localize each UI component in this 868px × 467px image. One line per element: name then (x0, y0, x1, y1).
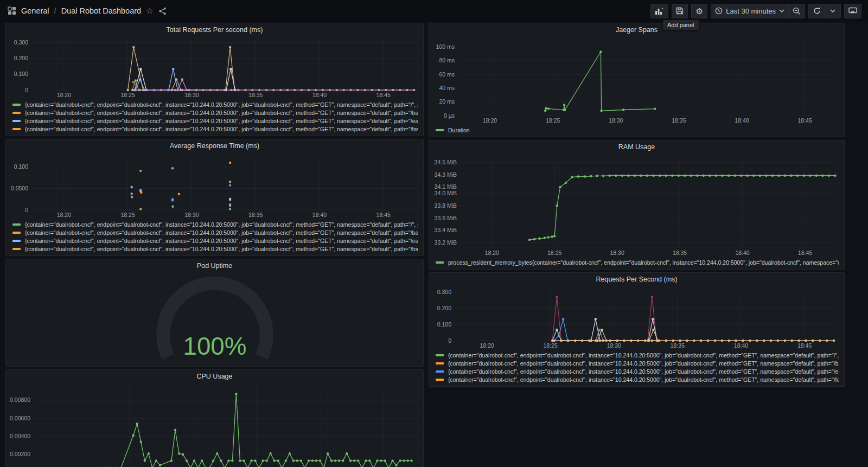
total-requests-svg: 18:2018:2518:3018:3518:4018:4500.1000.20… (6, 37, 423, 100)
svg-text:0: 0 (25, 207, 28, 213)
panel-total-requests: Total Requests Per second (ms) 18:2018:2… (5, 23, 424, 136)
svg-text:18:40: 18:40 (734, 342, 748, 349)
zoom-out-time-button[interactable] (788, 4, 805, 18)
legend-item[interactable]: {container="dualrobot-cncf", endpoint="d… (12, 228, 418, 236)
svg-text:0.300: 0.300 (437, 289, 451, 295)
legend-item[interactable]: {container="dualrobot-cncf", endpoint="d… (436, 351, 839, 359)
legend-label: {container="dualrobot-cncf", endpoint="d… (448, 352, 839, 359)
svg-text:18:45: 18:45 (797, 117, 812, 124)
legend-item[interactable]: process_resident_memory_bytes{container=… (436, 258, 839, 266)
svg-text:0.100: 0.100 (14, 163, 28, 170)
cpu-usage-svg: 18:2018:2518:3018:3518:4018:450.002000.0… (6, 383, 423, 467)
svg-text:18:35: 18:35 (673, 250, 687, 256)
svg-text:18:30: 18:30 (607, 342, 621, 349)
dashboard-grid-icon[interactable] (8, 7, 16, 15)
legend-item[interactable]: {container="dualrobot-cncf", endpoint="d… (436, 375, 839, 383)
svg-text:34.5 MiB: 34.5 MiB (435, 159, 457, 165)
legend-swatch (12, 232, 21, 234)
legend-item[interactable]: {container="dualrobot-cncf", endpoint="d… (12, 100, 418, 108)
svg-text:0.200: 0.200 (437, 305, 451, 311)
legend-swatch (436, 370, 444, 373)
panel-title[interactable]: Jaeger Spans (429, 23, 844, 37)
panel-requests-per-second: Requests Per Second (ms) 18:2018:2518:30… (429, 272, 845, 387)
svg-text:18:30: 18:30 (184, 92, 199, 98)
cycle-view-mode-button[interactable] (844, 4, 861, 18)
total-requests-chart[interactable]: 18:2018:2518:3018:3518:4018:4500.1000.20… (6, 37, 423, 100)
panel-title[interactable]: Requests Per Second (ms) (429, 273, 844, 286)
svg-text:18:35: 18:35 (671, 342, 685, 349)
legend-swatch (12, 240, 21, 242)
legend-item[interactable]: {container="dualrobot-cncf", endpoint="d… (436, 359, 839, 367)
svg-text:18:25: 18:25 (121, 92, 135, 98)
refresh-button[interactable] (808, 4, 825, 18)
svg-text:18:45: 18:45 (797, 342, 812, 349)
svg-text:0.100: 0.100 (437, 321, 451, 328)
time-range-picker[interactable]: Last 30 minutes (711, 4, 788, 18)
svg-text:18:30: 18:30 (610, 250, 624, 256)
svg-text:40 ms: 40 ms (439, 85, 455, 91)
svg-text:18:30: 18:30 (184, 212, 199, 218)
svg-text:0.0500: 0.0500 (11, 185, 28, 191)
legend-item[interactable]: {container="dualrobot-cncf", endpoint="d… (12, 108, 418, 117)
panel-title[interactable]: Pod Uptime (6, 259, 423, 273)
svg-text:0: 0 (25, 87, 28, 93)
svg-text:18:40: 18:40 (312, 92, 327, 98)
svg-text:18:25: 18:25 (546, 117, 560, 124)
add-panel-button[interactable] (650, 4, 668, 18)
refresh-controls (808, 4, 841, 18)
average-response-time-chart[interactable]: 18:2018:2518:3018:3518:4018:4500.05000.1… (6, 153, 423, 220)
panel-cpu-usage: CPU Usage 18:2018:2518:3018:3518:4018:45… (5, 369, 424, 467)
panel-title[interactable]: CPU Usage (6, 370, 423, 383)
legend-item[interactable]: Duration (436, 126, 839, 134)
legend-swatch (12, 104, 21, 106)
dashboard-settings-button[interactable]: ⚙ (691, 4, 707, 18)
legend-item[interactable]: {container="dualrobot-cncf", endpoint="d… (436, 367, 839, 375)
svg-text:18:45: 18:45 (376, 92, 391, 98)
breadcrumb-section[interactable]: General (21, 7, 49, 15)
legend-item[interactable]: {container="dualrobot-cncf", endpoint="d… (12, 245, 418, 253)
ram-usage-svg: 18:2018:2518:3018:3518:4018:4533.2 MiB33… (429, 154, 844, 258)
share-icon[interactable] (158, 7, 167, 15)
jaeger-spans-chart[interactable]: 18:2018:2518:3018:3518:4018:450 µs20 ms4… (429, 37, 844, 125)
legend-item[interactable]: {container="dualrobot-cncf", endpoint="d… (12, 220, 418, 228)
svg-text:0.200: 0.200 (14, 55, 28, 61)
svg-text:18:20: 18:20 (57, 212, 71, 218)
legend-swatch (12, 128, 21, 130)
svg-text:18:25: 18:25 (544, 342, 558, 349)
ram-usage-chart[interactable]: 18:2018:2518:3018:3518:4018:4533.2 MiB33… (429, 154, 844, 258)
svg-text:0.00800: 0.00800 (10, 396, 30, 403)
svg-text:33.6 MiB: 33.6 MiB (435, 215, 457, 221)
legend-label: {container="dualrobot-cncf", endpoint="d… (25, 101, 418, 108)
refresh-interval-dropdown[interactable] (825, 4, 841, 18)
favorite-star-icon[interactable]: ☆ (146, 6, 153, 16)
gear-icon: ⚙ (695, 7, 703, 15)
svg-text:0.00600: 0.00600 (10, 415, 30, 421)
legend: {container="dualrobot-cncf", endpoint="d… (6, 220, 423, 255)
legend-item[interactable]: {container="dualrobot-cncf", endpoint="d… (12, 125, 418, 133)
svg-text:100 ms: 100 ms (436, 43, 455, 50)
svg-text:18:25: 18:25 (121, 212, 135, 218)
svg-text:18:35: 18:35 (672, 117, 686, 124)
panel-title[interactable]: Total Requests Per second (ms) (6, 23, 423, 37)
cpu-usage-chart[interactable]: 18:2018:2518:3018:3518:4018:450.002000.0… (6, 383, 423, 467)
legend-item[interactable]: {container="dualrobot-cncf", endpoint="d… (12, 117, 418, 125)
legend-swatch (12, 248, 21, 250)
svg-text:18:40: 18:40 (735, 117, 749, 124)
svg-text:18:20: 18:20 (480, 342, 494, 349)
svg-text:18:20: 18:20 (57, 92, 71, 98)
panel-title[interactable]: RAM Usage (429, 140, 844, 154)
svg-text:18:30: 18:30 (609, 117, 623, 124)
panel-average-response-time: Average Response Time (ms) 18:2018:2518:… (5, 139, 424, 256)
panel-title[interactable]: Average Response Time (ms) (6, 139, 423, 153)
svg-text:80 ms: 80 ms (439, 57, 455, 63)
requests-per-second-chart[interactable]: 18:2018:2518:3018:3518:4018:4500.1000.20… (429, 286, 844, 350)
legend-swatch (436, 362, 444, 364)
legend-label: {container="dualrobot-cncf", endpoint="d… (448, 360, 839, 367)
save-dashboard-button[interactable] (672, 4, 688, 18)
legend-item[interactable]: {container="dualrobot-cncf", endpoint="d… (12, 236, 418, 245)
page-title[interactable]: Dual Robot Dashboard (61, 7, 142, 15)
svg-text:18:20: 18:20 (483, 117, 497, 124)
gauge-arc: 100% (137, 273, 292, 366)
breadcrumb-separator: / (54, 7, 56, 15)
pod-uptime-gauge[interactable]: 100% (6, 273, 423, 366)
